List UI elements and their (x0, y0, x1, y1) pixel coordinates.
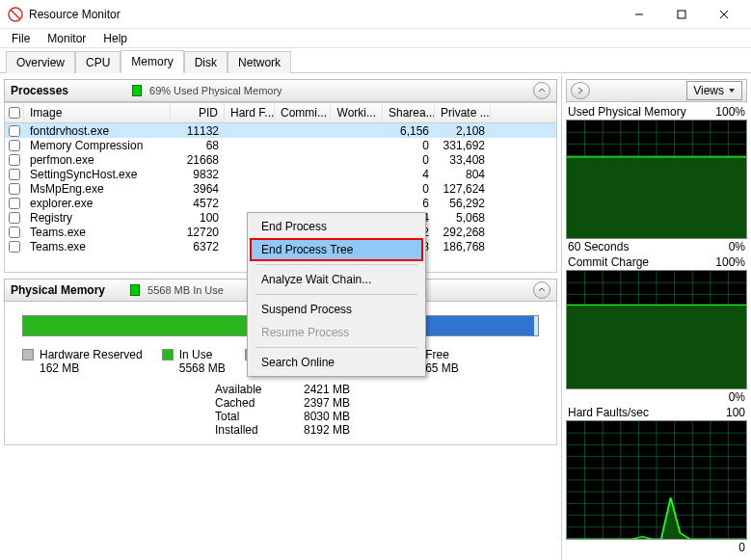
swatch-hardware (22, 349, 34, 360)
cell-pid: 9832 (171, 168, 225, 181)
tab-network[interactable]: Network (228, 51, 291, 73)
row-checkbox[interactable] (9, 198, 20, 209)
cell-private: 804 (435, 168, 491, 181)
menu-help[interactable]: Help (95, 30, 135, 47)
chart-title: Commit Charge (568, 255, 649, 269)
cell-image: MsMpEng.exe (24, 182, 171, 196)
cell-shareable: 6,156 (383, 124, 435, 138)
col-commit[interactable]: Commi... (275, 103, 331, 122)
legend-hardware-label: Hardware Reserved (40, 348, 143, 361)
row-checkbox[interactable] (9, 154, 20, 166)
tab-disk[interactable]: Disk (184, 51, 228, 73)
context-menu: End Process End Process Tree Analyze Wai… (247, 212, 426, 377)
row-checkbox[interactable] (9, 241, 20, 253)
tab-memory[interactable]: Memory (121, 50, 183, 73)
cell-pid: 4572 (171, 197, 225, 210)
row-checkbox[interactable] (9, 183, 20, 195)
collapse-icon[interactable] (533, 281, 550, 299)
cell-private: 292,268 (435, 226, 491, 239)
svg-marker-43 (567, 305, 746, 388)
ctx-analyze-wait-chain[interactable]: Analyze Wait Chain... (250, 268, 423, 291)
chart-max: 100 (726, 406, 745, 419)
cell-shareable: 0 (383, 182, 435, 196)
cell-image: fontdrvhost.exe (24, 124, 171, 138)
processes-title: Processes (11, 84, 68, 97)
col-working[interactable]: Worki... (331, 103, 383, 122)
chart (566, 270, 747, 389)
cell-image: SettingSyncHost.exe (24, 168, 171, 181)
cell-image: Memory Compression (24, 139, 171, 152)
cell-private: 331,692 (435, 139, 491, 152)
right-toolbar: Views (566, 79, 747, 102)
tab-overview[interactable]: Overview (6, 51, 75, 73)
chart-min: 0% (729, 240, 745, 253)
legend-inuse-value: 5568 MB (179, 361, 226, 375)
cell-private: 33,408 (435, 153, 491, 167)
row-checkbox[interactable] (9, 212, 20, 224)
ctx-suspend-process[interactable]: Suspend Process (250, 298, 423, 321)
cell-shareable: 4 (383, 168, 435, 181)
row-checkbox[interactable] (9, 140, 20, 151)
stat-available-label: Available (215, 383, 282, 396)
stat-total-value: 8030 MB (282, 410, 350, 423)
chart-title: Hard Faults/sec (568, 406, 649, 419)
collapse-icon[interactable] (533, 82, 550, 99)
cell-pid: 11132 (171, 124, 225, 138)
ctx-separator (255, 294, 417, 295)
minimize-button[interactable] (620, 1, 658, 28)
cell-shareable: 0 (383, 139, 435, 152)
cell-image: perfmon.exe (24, 153, 171, 167)
legend-hardware-value: 162 MB (40, 361, 143, 375)
table-row[interactable]: perfmon.exe21668033,408 (5, 152, 556, 167)
chart-min: 0% (729, 390, 745, 404)
cell-private: 5,068 (435, 211, 491, 225)
col-hardfaults[interactable]: Hard F... (225, 103, 275, 122)
row-checkbox[interactable] (9, 227, 20, 238)
memory-stats: Available2421 MB Cached2397 MB Total8030… (215, 383, 539, 437)
ctx-end-process-tree[interactable]: End Process Tree (250, 238, 423, 261)
maximize-button[interactable] (662, 1, 701, 28)
menu-file[interactable]: File (4, 30, 38, 47)
expand-left-icon[interactable] (571, 82, 590, 99)
stat-available-value: 2421 MB (282, 383, 350, 396)
views-button[interactable]: Views (686, 81, 742, 100)
cell-pid: 12720 (171, 226, 225, 239)
stat-cached-value: 2397 MB (282, 396, 350, 410)
tabs: Overview CPU Memory Disk Network (0, 48, 751, 73)
bar-free (534, 316, 538, 335)
menu-monitor[interactable]: Monitor (40, 30, 94, 47)
col-private[interactable]: Private ... (435, 103, 491, 122)
table-row[interactable]: Memory Compression680331,692 (5, 138, 556, 152)
chart-max: 100% (715, 255, 745, 269)
row-checkbox[interactable] (9, 169, 20, 180)
ctx-end-process[interactable]: End Process (250, 215, 423, 238)
cell-shareable: 6 (383, 197, 435, 210)
ctx-search-online[interactable]: Search Online (250, 351, 423, 374)
cell-image: Teams.exe (24, 240, 171, 253)
chart-min: 0 (738, 541, 745, 554)
close-button[interactable] (705, 1, 743, 28)
table-row[interactable]: SettingSyncHost.exe98324804 (5, 167, 556, 181)
svg-rect-3 (678, 11, 685, 18)
cell-private: 186,768 (435, 240, 491, 253)
svg-marker-24 (567, 157, 746, 238)
col-shareable[interactable]: Sharea... (383, 103, 435, 122)
col-pid[interactable]: PID (171, 103, 225, 122)
row-checkbox[interactable] (9, 125, 20, 137)
processes-subtext: 69% Used Physical Memory (149, 85, 282, 96)
table-row[interactable]: explorer.exe4572656,292 (5, 196, 556, 210)
chart-title: Used Physical Memory (568, 105, 686, 119)
svg-line-1 (11, 10, 20, 19)
ctx-resume-process: Resume Process (250, 321, 423, 344)
table-row[interactable]: MsMpEng.exe39640127,624 (5, 181, 556, 196)
tab-cpu[interactable]: CPU (75, 51, 121, 73)
memory-meter-icon (132, 85, 142, 96)
processes-header[interactable]: Processes 69% Used Physical Memory (4, 79, 557, 102)
cell-shareable: 0 (383, 153, 435, 167)
cell-private: 2,108 (435, 124, 491, 138)
cell-image: explorer.exe (24, 197, 171, 210)
table-row[interactable]: fontdrvhost.exe111326,1562,108 (5, 123, 556, 138)
select-all-checkbox[interactable] (9, 107, 20, 119)
titlebar: Resource Monitor (0, 0, 751, 29)
col-image[interactable]: Image (24, 103, 171, 122)
